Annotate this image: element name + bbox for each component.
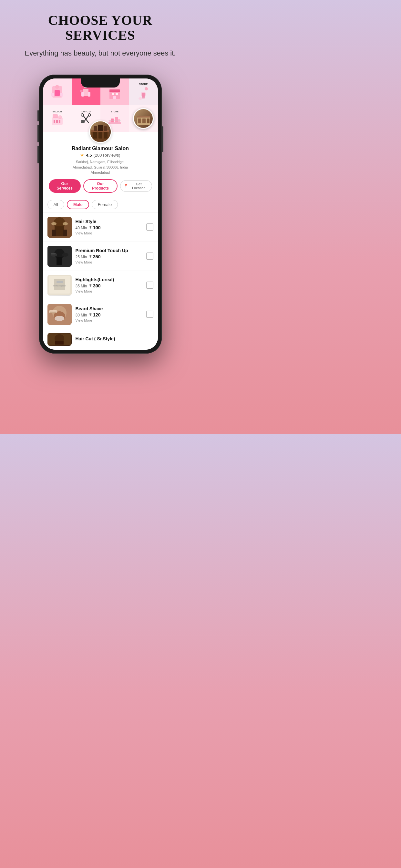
rating-value: 4.5 <box>86 153 92 158</box>
svg-rect-55 <box>52 229 56 236</box>
services-tab-row: Our Services Our Products 📍 Get Location <box>48 179 153 193</box>
service-info-hair-style: Hair Style 40 Min ₹ 100 View More <box>75 219 143 235</box>
salon-name: Radiant Glamour Salon <box>72 146 129 151</box>
service-info-highlights: Highlights(Loreal) 35 Min ₹ 300 View Mor… <box>75 277 143 293</box>
svg-point-57 <box>51 222 57 225</box>
svg-rect-46 <box>98 132 102 138</box>
salon-avatar <box>89 120 112 143</box>
service-duration-root: 25 Min ₹ 350 <box>75 254 143 259</box>
svg-rect-14 <box>113 96 116 99</box>
svg-rect-30 <box>81 120 82 122</box>
service-item-beard: Beard Shave 30 Min ₹ 120 View More <box>43 300 158 329</box>
svg-rect-4 <box>60 93 63 97</box>
service-name-beard: Beard Shave <box>75 306 143 311</box>
service-name-root: Premium Root Touch Up <box>75 248 143 253</box>
svg-rect-11 <box>110 89 120 92</box>
svg-rect-56 <box>63 229 67 236</box>
svg-point-15 <box>145 87 148 90</box>
svg-rect-17 <box>142 93 145 98</box>
svg-rect-42 <box>147 119 150 123</box>
service-info-root-touch: Premium Root Touch Up 25 Min ₹ 350 View … <box>75 248 143 264</box>
service-name-highlights: Highlights(Loreal) <box>75 277 143 282</box>
svg-rect-74 <box>50 312 57 313</box>
svg-point-21 <box>58 115 62 119</box>
service-duration-highlights: 35 Min ₹ 300 <box>75 283 143 288</box>
phone-mockup: STORE STORE <box>39 74 162 353</box>
svg-rect-64 <box>51 253 56 254</box>
svg-rect-6 <box>83 89 89 96</box>
service-item-hair-style: Hair Style 40 Min ₹ 100 View More <box>43 213 158 242</box>
service-duration-beard: 30 Min ₹ 120 <box>75 312 143 317</box>
view-more-highlights-link[interactable]: View More <box>75 289 143 293</box>
svg-rect-49 <box>94 126 97 131</box>
service-thumb-haircut <box>48 333 72 346</box>
service-item-highlights: method specal Highlights(Loreal) 35 Min … <box>43 271 158 300</box>
svg-rect-8 <box>88 92 90 97</box>
svg-rect-43 <box>137 116 150 118</box>
view-more-beard-link[interactable]: View More <box>75 318 143 322</box>
svg-point-58 <box>63 222 68 225</box>
get-location-button[interactable]: 📍 Get Location <box>120 180 152 192</box>
service-item-root-touch: Premium Root Touch Up 25 Min ₹ 350 View … <box>43 242 158 271</box>
svg-point-28 <box>88 114 91 116</box>
svg-text:method specal: method specal <box>53 285 66 287</box>
service-checkbox-beard[interactable] <box>146 311 153 318</box>
svg-rect-78 <box>55 341 64 345</box>
phone-volume-up <box>37 110 39 121</box>
svg-rect-23 <box>56 120 58 123</box>
service-thumb-highlights: method specal <box>48 275 72 296</box>
svg-rect-45 <box>93 132 97 138</box>
phone-outer: STORE STORE <box>39 74 162 353</box>
phone-volume-down-1 <box>37 125 39 143</box>
rating-row: ★ 4.5 (200 Reviews) <box>80 152 120 158</box>
svg-rect-13 <box>116 93 118 95</box>
svg-rect-2 <box>55 90 60 96</box>
svg-rect-35 <box>110 120 112 122</box>
view-more-link[interactable]: View More <box>75 231 143 235</box>
services-list: Hair Style 40 Min ₹ 100 View More <box>43 213 158 350</box>
service-thumb-beard <box>48 304 72 325</box>
service-name-haircut: Hair Cut ( Sr.Style) <box>75 336 153 341</box>
svg-point-18 <box>138 97 143 100</box>
our-products-tab[interactable]: Our Products <box>83 179 118 193</box>
service-duration: 40 Min ₹ 100 <box>75 225 143 230</box>
filter-male-button[interactable]: Male <box>67 200 89 209</box>
page-subtitle: Everything has beauty, but not everyone … <box>10 49 191 58</box>
star-icon: ★ <box>80 152 84 158</box>
header-section: CHOOSE YOUR SERVICES Everything has beau… <box>0 0 201 65</box>
svg-rect-22 <box>54 120 55 123</box>
svg-point-75 <box>55 316 64 321</box>
filter-female-button[interactable]: Female <box>92 200 118 209</box>
filter-all-button[interactable]: All <box>48 200 64 209</box>
phone-power-button <box>162 126 163 152</box>
profile-section: Radiant Glamour Salon ★ 4.5 (200 Reviews… <box>43 132 158 197</box>
service-info-haircut: Hair Cut ( Sr.Style) <box>75 336 153 342</box>
svg-rect-33 <box>111 119 114 122</box>
svg-point-9 <box>80 90 83 92</box>
salon-location: Sarkhej, Narolgam, Ellisbridge, Ahmedaba… <box>73 159 128 175</box>
svg-rect-61 <box>57 257 62 265</box>
service-name: Hair Style <box>75 219 143 224</box>
banner-cell-1 <box>43 79 72 105</box>
svg-rect-20 <box>53 114 58 118</box>
service-checkbox-root[interactable] <box>146 252 153 259</box>
svg-rect-34 <box>115 117 118 122</box>
svg-rect-12 <box>112 93 114 95</box>
svg-rect-40 <box>138 119 141 123</box>
svg-rect-32 <box>83 120 84 122</box>
view-more-root-link[interactable]: View More <box>75 260 143 264</box>
svg-rect-29 <box>81 122 85 123</box>
page-title: CHOOSE YOUR SERVICES <box>10 13 191 42</box>
svg-rect-69 <box>57 281 63 283</box>
svg-point-63 <box>62 253 68 257</box>
location-pin-icon: 📍 <box>124 184 128 188</box>
banner-cell-8 <box>129 105 158 132</box>
svg-rect-50 <box>104 126 107 131</box>
service-thumb-hair-style <box>48 217 72 238</box>
service-checkbox-highlights[interactable] <box>146 282 153 289</box>
our-services-tab[interactable]: Our Services <box>49 179 81 193</box>
service-item-haircut: Hair Cut ( Sr.Style) <box>43 329 158 350</box>
svg-rect-31 <box>82 120 83 122</box>
phone-volume-down-2 <box>37 146 39 163</box>
service-checkbox-hair-style[interactable] <box>146 223 153 230</box>
